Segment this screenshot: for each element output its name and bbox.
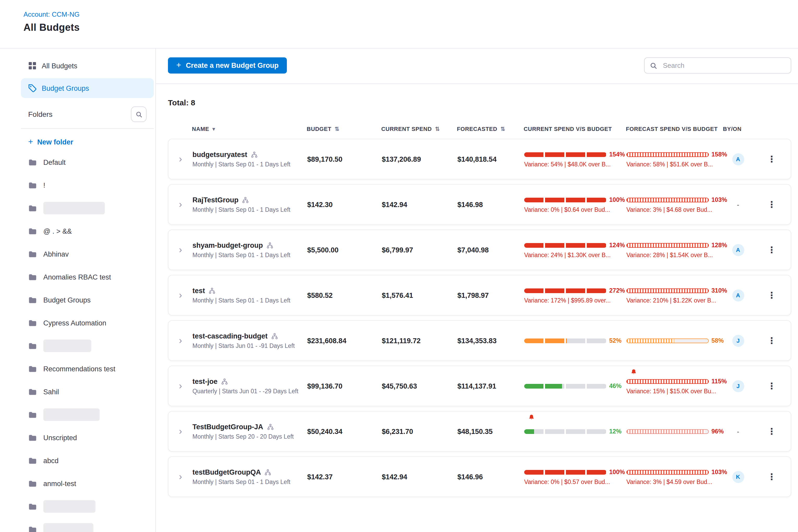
budget-period: Monthly | Starts Sep 01 - 1 Days Left: [192, 161, 307, 167]
current-variance-label: Variance: 172% | $995.89 over...: [524, 297, 626, 304]
folder-icon: [28, 158, 37, 167]
folder-item[interactable]: abcd: [21, 453, 154, 468]
expand-chevron-icon[interactable]: ›: [179, 335, 182, 345]
folder-item[interactable]: Abhinav: [21, 247, 154, 261]
budget-period: Monthly | Starts Sep 01 - 1 Days Left: [192, 252, 307, 258]
folder-icon: [28, 410, 37, 419]
forecast-vs-budget-cell: 96%: [626, 412, 723, 451]
expand-chevron-icon[interactable]: ›: [179, 244, 182, 255]
budget-group-row[interactable]: › test-joe Quarterly | Starts Jun 01 - -…: [168, 366, 791, 406]
folder-item[interactable]: !: [21, 178, 154, 192]
folders-header: Folders: [21, 107, 154, 129]
current-spend-percent: 52%: [609, 337, 622, 344]
expand-chevron-icon[interactable]: ›: [179, 154, 182, 164]
budget-group-name: RajTestGroup: [192, 196, 239, 204]
expand-chevron-icon[interactable]: ›: [179, 199, 182, 209]
row-menu-button[interactable]: ⋮: [767, 245, 776, 254]
budget-group-row[interactable]: › shyam-budget-group Monthly | Starts Se…: [168, 229, 791, 270]
row-menu-button[interactable]: ⋮: [767, 472, 776, 481]
folder-item[interactable]: [21, 339, 154, 353]
row-menu-button[interactable]: ⋮: [767, 291, 776, 300]
column-header[interactable]: FORECASTED ⇅: [457, 126, 524, 132]
folder-icon: [28, 479, 37, 488]
row-menu-button[interactable]: ⋮: [767, 382, 776, 391]
forecast-spend-bar: [626, 152, 709, 157]
folder-item[interactable]: Budget Groups: [21, 292, 154, 307]
redacted-folder-name: [43, 500, 95, 513]
column-header[interactable]: NAME ▾: [192, 126, 307, 132]
budget-group-name: testBudgetGroupQA: [192, 468, 261, 476]
folder-item[interactable]: [21, 499, 154, 514]
column-header-label: CURRENT SPEND: [381, 126, 432, 132]
plus-icon: +: [176, 60, 181, 70]
folder-search-button[interactable]: [131, 107, 147, 122]
account-breadcrumb[interactable]: Account: CCM-NG: [23, 11, 798, 18]
new-folder-button[interactable]: + New folder: [28, 137, 154, 147]
row-menu-button[interactable]: ⋮: [767, 427, 776, 436]
budget-group-row[interactable]: › TestBudgetGroup-JA Monthly | Starts Se…: [168, 411, 791, 452]
folder-item[interactable]: anmol-test: [21, 476, 154, 491]
budget-group-row[interactable]: › budgetsuryatest Monthly | Starts Sep 0…: [168, 139, 791, 179]
forecast-spend-bar: [626, 379, 709, 384]
folder-icon: [28, 181, 37, 190]
budget-group-list: › budgetsuryatest Monthly | Starts Sep 0…: [168, 139, 791, 497]
column-header[interactable]: CURRENT SPEND V/S BUDGET: [524, 126, 626, 132]
current-spend-bar: [524, 197, 607, 202]
folder-item[interactable]: [21, 201, 154, 215]
expand-chevron-icon[interactable]: ›: [179, 380, 182, 391]
expand-chevron-icon[interactable]: ›: [179, 471, 182, 482]
page-header: Account: CCM-NG All Budgets: [0, 0, 798, 49]
expand-chevron-icon[interactable]: ›: [179, 426, 182, 436]
column-header[interactable]: BY/ON: [723, 126, 752, 132]
forecast-spend-percent: 96%: [711, 428, 724, 435]
group-icon: [242, 197, 249, 204]
row-menu-button[interactable]: ⋮: [767, 200, 776, 209]
column-header[interactable]: FORECAST SPEND V/S BUDGET: [626, 126, 723, 132]
folder-icon: [28, 318, 37, 327]
tag-icon: [28, 84, 37, 92]
forecasted-amount: $7,040.98: [457, 246, 524, 254]
budget-group-row[interactable]: › test Monthly | Starts Sep 01 - 1 Days …: [168, 275, 791, 316]
folder-icon: [28, 250, 37, 259]
column-header-label: CURRENT SPEND V/S BUDGET: [524, 126, 612, 132]
row-menu-button[interactable]: ⋮: [767, 155, 776, 164]
folder-item[interactable]: [21, 407, 154, 422]
plus-icon: +: [28, 137, 33, 147]
column-header-label: BY/ON: [723, 126, 741, 132]
folder-item[interactable]: @ . > &&: [21, 224, 154, 239]
expand-chevron-icon[interactable]: ›: [179, 290, 182, 300]
search-icon: [650, 62, 657, 69]
current-vs-budget-cell: 100% Variance: 0% | $0.57 over Bud...: [524, 457, 626, 496]
budget-group-name: TestBudgetGroup-JA: [192, 423, 263, 431]
budget-amount: $5,500.00: [307, 246, 382, 254]
column-header[interactable]: BUDGET ⇅: [307, 126, 381, 132]
folder-item[interactable]: Default: [21, 155, 154, 170]
folder-item[interactable]: Sahil: [21, 384, 154, 399]
folder-item[interactable]: Unscripted: [21, 430, 154, 445]
forecasted-amount: $140,818.54: [457, 155, 524, 163]
folder-item[interactable]: Cypress Automation: [21, 316, 154, 330]
budget-period: Quarterly | Starts Jun 01 - -29 Days Lef…: [192, 388, 307, 394]
budget-group-row[interactable]: › RajTestGroup Monthly | Starts Sep 01 -…: [168, 184, 791, 225]
row-menu-button[interactable]: ⋮: [767, 336, 776, 345]
current-spend-bar: [524, 288, 607, 293]
column-header[interactable]: CURRENT SPEND ⇅: [381, 126, 457, 132]
forecasted-amount: $114,137.91: [457, 382, 524, 390]
forecast-spend-bar: [626, 243, 709, 247]
budget-group-row[interactable]: › test-cascading-budget Monthly | Starts…: [168, 320, 791, 361]
create-budget-group-button[interactable]: + Create a new Budget Group: [168, 57, 287, 74]
budget-group-row[interactable]: › testBudgetGroupQA Monthly | Starts Sep…: [168, 456, 791, 497]
budget-amount: $142.30: [307, 201, 382, 208]
alert-bell-icon: [528, 414, 535, 420]
current-spend-percent: 154%: [609, 151, 625, 158]
forecast-variance-label: Variance: 3% | $4.59 over Bud...: [626, 479, 723, 485]
folder-item[interactable]: Recommendations test: [21, 361, 154, 376]
sidebar-item-all-budgets[interactable]: All Budgets: [21, 56, 154, 76]
folder-item[interactable]: Anomalies RBAC test: [21, 270, 154, 284]
budget-amount: $142.37: [307, 473, 382, 481]
sidebar-item-budget-groups[interactable]: Budget Groups: [21, 78, 154, 98]
folder-item[interactable]: [21, 522, 154, 532]
current-spend-bar: [524, 243, 607, 247]
search-input[interactable]: [662, 61, 785, 70]
budget-amount: $50,240.34: [307, 428, 382, 435]
